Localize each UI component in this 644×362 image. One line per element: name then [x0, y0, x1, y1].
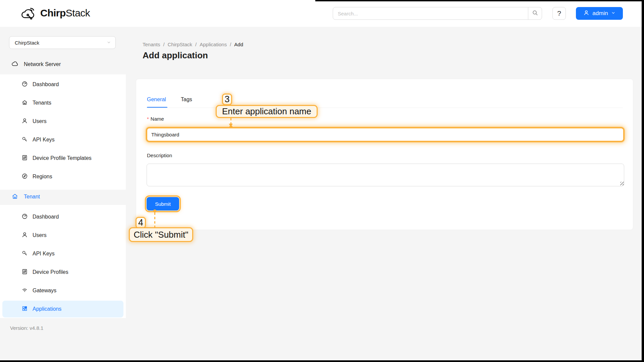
sidebar-group-network-server[interactable]: Network Server [0, 56, 126, 73]
breadcrumb-chirpstack[interactable]: ChirpStack [168, 42, 192, 47]
sidebar-item-label: Applications [33, 306, 61, 312]
key-icon [21, 136, 28, 144]
user-icon [21, 232, 28, 239]
chevron-down-icon [107, 40, 111, 46]
annotation-step-4-badge: 4 [136, 217, 146, 229]
description-label: Description [147, 153, 172, 158]
name-label: *Name [147, 116, 164, 122]
required-asterisk: * [147, 116, 149, 122]
tenant-selector-value: ChirpStack [15, 40, 39, 46]
sidebar-item-label: Users [33, 118, 47, 124]
annotation-step-3-tooltip: Enter application name [216, 105, 318, 118]
home-icon [11, 193, 18, 201]
breadcrumb-separator: / [230, 42, 231, 47]
sidebar-item-ns-api-keys[interactable]: API Keys [0, 131, 126, 148]
sidebar-group-label: Tenant [24, 194, 40, 200]
global-search [333, 7, 542, 20]
tenant-selector[interactable]: ChirpStack [9, 36, 116, 49]
sidebar-item-label: Device Profile Templates [33, 155, 92, 161]
resize-grip-icon[interactable] [620, 182, 624, 185]
page-title: Add application [143, 50, 208, 61]
sidebar-item-ns-dashboard[interactable]: Dashboard [0, 76, 126, 93]
sidebar-group-tenant[interactable]: Tenant [0, 188, 126, 205]
sidebar-item-label: Dashboard [33, 81, 59, 87]
sidebar-item-ns-tenants[interactable]: Tenants [0, 95, 126, 111]
description-textarea[interactable] [147, 164, 624, 186]
user-menu-button[interactable]: admin [576, 7, 623, 20]
search-input[interactable] [333, 7, 528, 19]
sidebar-item-label: Tenants [33, 100, 51, 106]
sidebar: ChirpStack Network Server Dashboard Tena… [0, 27, 126, 360]
form-card: General Tags *Name Description Submit [136, 79, 633, 230]
tab-tags[interactable]: Tags [181, 95, 192, 104]
submit-button[interactable]: Submit [147, 197, 179, 210]
sliders-icon [21, 268, 28, 276]
breadcrumb-tenants[interactable]: Tenants [143, 42, 160, 47]
sidebar-item-tenant-gateways[interactable]: Gateways [0, 282, 126, 299]
cloud-icon [11, 60, 18, 69]
breadcrumb: Tenants / ChirpStack / Applications / Ad… [143, 42, 243, 47]
chirpstack-cloud-icon [20, 6, 37, 20]
screen-edge [315, 0, 644, 1]
name-input[interactable] [146, 127, 625, 142]
compass-icon [21, 173, 28, 181]
sidebar-item-label: Gateways [33, 288, 56, 294]
sidebar-item-tenant-applications[interactable]: Applications [0, 301, 126, 317]
breadcrumb-separator: / [195, 42, 197, 47]
top-header: ChirpStack ? admin [0, 0, 642, 27]
breadcrumb-add: Add [234, 42, 243, 47]
sidebar-item-ns-device-profile-templates[interactable]: Device Profile Templates [0, 150, 126, 167]
sliders-icon [21, 155, 28, 162]
dashboard-icon [21, 81, 28, 88]
sidebar-item-tenant-device-profiles[interactable]: Device Profiles [0, 264, 126, 281]
sidebar-item-ns-regions[interactable]: Regions [0, 168, 126, 185]
wifi-icon [21, 287, 28, 295]
question-mark-icon: ? [557, 9, 561, 17]
search-button[interactable] [528, 7, 542, 19]
user-menu-label: admin [592, 10, 608, 17]
sidebar-item-label: API Keys [33, 137, 55, 143]
app-window: ChirpStack ? admin [0, 0, 642, 360]
home-icon [21, 99, 28, 107]
breadcrumb-applications[interactable]: Applications [200, 42, 227, 47]
annotation-step-4-dot [153, 209, 156, 213]
help-button[interactable]: ? [552, 7, 566, 20]
sidebar-item-tenant-api-keys[interactable]: API Keys [0, 245, 126, 262]
sidebar-item-label: Regions [33, 174, 52, 180]
dashboard-icon [21, 213, 28, 221]
search-icon [532, 9, 538, 17]
annotation-step-4-connector [154, 213, 155, 227]
sidebar-item-tenant-users[interactable]: Users [0, 227, 126, 244]
version-label: Version: v4.8.1 [10, 325, 43, 331]
chevron-down-icon [611, 10, 615, 17]
user-icon [21, 118, 28, 125]
annotation-step-3-connector [230, 118, 231, 124]
main-content: Tenants / ChirpStack / Applications / Ad… [126, 27, 642, 360]
chirpstack-logo[interactable]: ChirpStack [20, 6, 90, 20]
annotation-step-3-dot [229, 125, 232, 128]
user-icon [583, 10, 589, 17]
sidebar-item-label: Dashboard [33, 214, 59, 220]
annotation-step-4-tooltip: Click "Submit" [129, 227, 193, 242]
sidebar-group-label: Network Server [24, 61, 61, 67]
sidebar-item-label: Device Profiles [33, 269, 68, 275]
appstore-icon [21, 305, 28, 313]
brand-name: ChirpStack [40, 7, 90, 19]
tab-general[interactable]: General [147, 95, 166, 104]
key-icon [21, 250, 28, 258]
breadcrumb-separator: / [163, 42, 165, 47]
annotation-step-3-badge: 3 [222, 94, 232, 105]
sidebar-item-label: Users [33, 232, 47, 238]
sidebar-item-ns-users[interactable]: Users [0, 113, 126, 130]
sidebar-item-tenant-dashboard[interactable]: Dashboard [0, 208, 126, 225]
sidebar-item-label: API Keys [33, 251, 55, 257]
